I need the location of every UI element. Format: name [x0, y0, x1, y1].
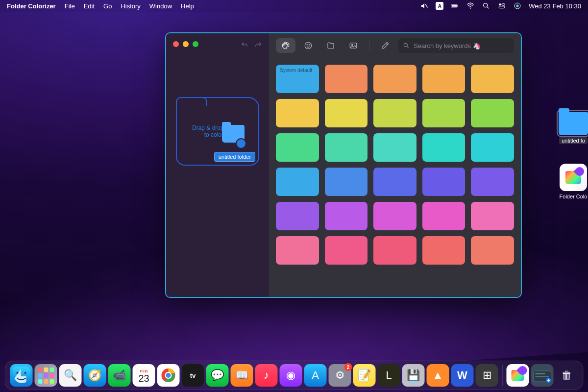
color-swatch-14[interactable]: [471, 133, 514, 162]
color-swatch-4[interactable]: [471, 65, 514, 93]
dock-lol[interactable]: L: [378, 364, 400, 387]
color-swatch-29[interactable]: [471, 236, 514, 265]
sidebar: Drag & drop folders to colorize untitled…: [166, 33, 269, 297]
window-minimize-button[interactable]: [183, 41, 189, 47]
dock-trash[interactable]: 🗑: [556, 364, 578, 387]
folder-dropzone[interactable]: Drag & drop folders to colorize untitled…: [176, 97, 259, 166]
wifi-icon[interactable]: [466, 1, 475, 10]
color-swatch-16[interactable]: [325, 168, 368, 196]
svg-point-13: [285, 43, 286, 44]
eyedropper-button[interactable]: [375, 38, 395, 53]
color-swatch-11[interactable]: [325, 133, 368, 162]
dock-safari[interactable]: 🧭: [84, 364, 106, 387]
color-swatch-1[interactable]: [325, 65, 368, 93]
search-icon: [403, 42, 410, 49]
tab-decals[interactable]: [321, 38, 341, 53]
tab-emoji[interactable]: [298, 38, 318, 53]
color-swatch-19[interactable]: [471, 168, 514, 196]
dock-finder[interactable]: [10, 364, 33, 387]
dock-launchpad[interactable]: [35, 364, 57, 387]
color-swatch-13[interactable]: [422, 133, 466, 162]
svg-point-5: [484, 3, 488, 7]
color-swatch-17[interactable]: [373, 168, 416, 196]
dock-calculator[interactable]: ⊞: [476, 364, 498, 387]
color-swatch-27[interactable]: [373, 236, 416, 265]
window-close-button[interactable]: [173, 41, 179, 47]
dock-spotlight[interactable]: 🔍: [59, 364, 82, 387]
color-swatch-12[interactable]: [373, 133, 416, 162]
color-swatch-15[interactable]: [276, 168, 319, 196]
color-swatch-3[interactable]: [422, 65, 466, 93]
dock-books[interactable]: 📖: [231, 364, 253, 387]
search-placeholder: Search by keywords 🦄: [414, 42, 481, 49]
svg-line-22: [407, 47, 409, 48]
menu-file[interactable]: File: [65, 2, 75, 10]
menu-help[interactable]: Help: [181, 2, 194, 10]
color-swatch-18[interactable]: [422, 168, 466, 196]
redo-button[interactable]: [254, 41, 262, 51]
svg-point-4: [470, 8, 471, 9]
menu-go[interactable]: Go: [103, 2, 112, 10]
mute-icon[interactable]: [420, 1, 429, 10]
dock-messages[interactable]: 💬: [206, 364, 229, 387]
search-input[interactable]: Search by keywords 🦄: [398, 38, 514, 53]
color-swatch-5[interactable]: [276, 99, 319, 127]
dock-disk-util[interactable]: 💾: [402, 364, 425, 387]
desktop-folder-untitled[interactable]: untitled fo: [556, 112, 588, 145]
dragged-folder-label: untitled folder: [214, 152, 255, 162]
tab-colors[interactable]: [276, 38, 295, 53]
dock-vlc[interactable]: ▲: [427, 364, 449, 387]
color-swatch-8[interactable]: [422, 99, 466, 127]
color-swatch-25[interactable]: [276, 236, 319, 265]
color-swatch-9[interactable]: [471, 99, 514, 127]
dock-downloads[interactable]: [531, 364, 554, 387]
desktop-app-folder-colorizer[interactable]: Folder Colo: [556, 164, 588, 201]
desktop-app-label: Folder Colo: [557, 193, 588, 200]
menubar-clock[interactable]: Wed 23 Feb 10:30: [529, 2, 581, 10]
color-swatch-10[interactable]: [276, 133, 319, 162]
color-swatch-23[interactable]: [422, 202, 466, 230]
dock-appletv[interactable]: tv: [182, 364, 204, 387]
color-swatch-24[interactable]: [471, 202, 514, 230]
spotlight-icon[interactable]: [482, 1, 490, 10]
color-swatch-22[interactable]: [373, 202, 416, 230]
color-swatch-6[interactable]: [325, 99, 368, 127]
app-status-icon[interactable]: [513, 1, 522, 10]
color-swatch-0[interactable]: System default: [276, 65, 319, 93]
window-zoom-button[interactable]: [193, 41, 198, 47]
dock-settings[interactable]: ⚙2: [329, 364, 351, 387]
menu-edit[interactable]: Edit: [84, 2, 95, 10]
control-center-icon[interactable]: [497, 1, 506, 10]
svg-rect-9: [499, 6, 505, 8]
svg-point-20: [352, 44, 353, 45]
svg-point-17: [307, 45, 308, 46]
toolbar: Search by keywords 🦄: [269, 33, 521, 58]
dock-chrome[interactable]: [157, 364, 180, 387]
tab-image[interactable]: [343, 38, 363, 53]
dock-notes[interactable]: 📝: [353, 364, 376, 387]
color-swatch-26[interactable]: [325, 236, 368, 265]
color-swatch-28[interactable]: [422, 236, 466, 265]
color-swatch-20[interactable]: [276, 202, 319, 230]
color-swatch-7[interactable]: [373, 99, 416, 127]
dock-word[interactable]: W: [451, 364, 474, 387]
color-swatch-21[interactable]: [325, 202, 368, 230]
dock-folder-colorizer-dock[interactable]: [507, 364, 529, 387]
dock-podcasts[interactable]: ◉: [280, 364, 302, 387]
battery-icon[interactable]: [450, 1, 459, 10]
undo-button[interactable]: [241, 41, 248, 51]
dock-appstore[interactable]: A: [304, 364, 327, 387]
menubar-app-name[interactable]: Folder Colorizer: [7, 2, 56, 10]
svg-line-0: [425, 4, 428, 8]
dock-calendar[interactable]: FEB23: [133, 364, 155, 387]
menu-window[interactable]: Window: [149, 2, 172, 10]
dock-facetime[interactable]: 📹: [108, 364, 131, 387]
dragged-count-badge: [236, 138, 246, 149]
input-source-icon[interactable]: A: [436, 2, 443, 10]
svg-rect-8: [502, 3, 505, 5]
desktop-folder-label: untitled fo: [559, 137, 588, 144]
svg-rect-7: [499, 3, 501, 5]
dock-music[interactable]: ♪: [255, 364, 278, 387]
color-swatch-2[interactable]: [373, 65, 416, 93]
menu-history[interactable]: History: [121, 2, 140, 10]
